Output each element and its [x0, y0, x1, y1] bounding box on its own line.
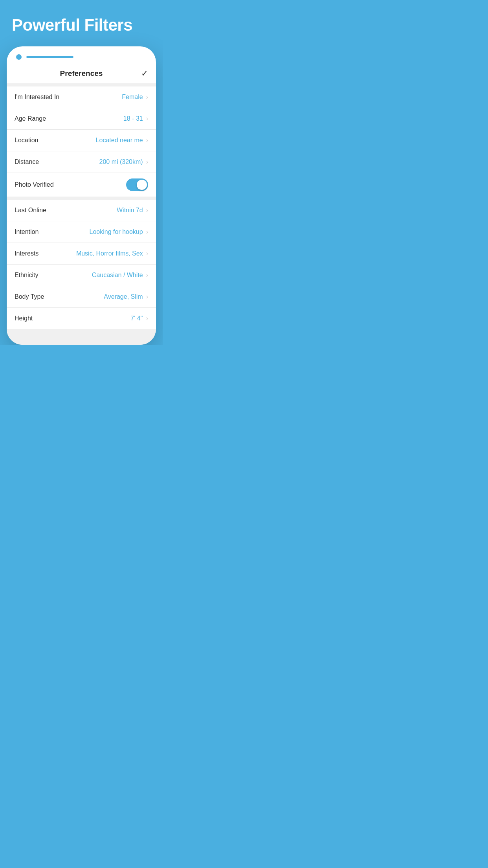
toggle-knob — [137, 180, 147, 190]
pref-label-height: Height — [15, 315, 33, 322]
bottom-gray-area — [7, 329, 156, 345]
pref-row-body-type[interactable]: Body Type Average, Slim › — [7, 286, 156, 308]
chevron-distance-icon: › — [146, 158, 148, 166]
chevron-age-range-icon: › — [146, 115, 148, 122]
pref-row-photo-verified[interactable]: Photo Verified — [7, 173, 156, 197]
pref-right-body-type: Average, Slim › — [104, 293, 148, 300]
pref-label-location: Location — [15, 137, 39, 144]
preferences-list-2: Last Online Witnin 7d › Intention Lookin… — [7, 200, 156, 329]
pref-right-ethnicity: Caucasian / White › — [92, 272, 148, 279]
pref-value-distance: 200 mi (320km) — [99, 158, 143, 166]
pref-value-height: 7' 4'' — [130, 315, 143, 322]
photo-verified-toggle[interactable] — [126, 178, 148, 191]
chevron-last-online-icon: › — [146, 207, 148, 214]
checkmark-button[interactable]: ✓ — [141, 68, 148, 79]
pref-right-interested-in: Female › — [122, 94, 148, 101]
pref-row-intention[interactable]: Intention Looking for hookup › — [7, 221, 156, 243]
pref-label-photo-verified: Photo Verified — [15, 181, 54, 188]
divider-top — [7, 83, 156, 86]
pref-row-last-online[interactable]: Last Online Witnin 7d › — [7, 200, 156, 221]
pref-value-location: Located near me — [96, 137, 143, 144]
pref-row-interested-in[interactable]: I'm Interested In Female › — [7, 86, 156, 108]
pref-right-interests: Music, Horror films, Sex › — [76, 250, 148, 257]
preferences-title: Preferences — [60, 69, 103, 78]
pref-value-body-type: Average, Slim — [104, 293, 143, 300]
pref-label-last-online: Last Online — [15, 207, 46, 214]
phone-top-bar — [7, 46, 156, 64]
dot-indicator — [16, 54, 22, 60]
pref-label-intention: Intention — [15, 228, 39, 235]
pref-row-age-range[interactable]: Age Range 18 - 31 › — [7, 108, 156, 130]
chevron-body-type-icon: › — [146, 293, 148, 300]
pref-right-age-range: 18 - 31 › — [123, 115, 148, 122]
pref-right-location: Located near me › — [96, 137, 148, 144]
pref-row-location[interactable]: Location Located near me › — [7, 130, 156, 151]
pref-value-ethnicity: Caucasian / White — [92, 272, 143, 279]
chevron-ethnicity-icon: › — [146, 272, 148, 279]
pref-label-body-type: Body Type — [15, 293, 44, 300]
pref-value-intention: Looking for hookup — [90, 228, 143, 235]
pref-value-last-online: Witnin 7d — [117, 207, 143, 214]
pref-label-ethnicity: Ethnicity — [15, 272, 38, 279]
pref-right-distance: 200 mi (320km) › — [99, 158, 148, 166]
pref-right-last-online: Witnin 7d › — [117, 207, 148, 214]
pref-label-age-range: Age Range — [15, 115, 46, 122]
pref-label-interests: Interests — [15, 250, 39, 257]
pref-value-interests: Music, Horror films, Sex — [76, 250, 143, 257]
pref-label-interested-in: I'm Interested In — [15, 94, 59, 101]
chevron-interested-in-icon: › — [146, 94, 148, 101]
preferences-header: Preferences ✓ — [7, 64, 156, 83]
page-title: Powerful Filters — [0, 0, 163, 46]
preferences-list-1: I'm Interested In Female › Age Range 18 … — [7, 86, 156, 197]
chevron-height-icon: › — [146, 315, 148, 322]
pref-right-height: 7' 4'' › — [130, 315, 148, 322]
pref-row-interests[interactable]: Interests Music, Horror films, Sex › — [7, 243, 156, 265]
chevron-interests-icon: › — [146, 250, 148, 257]
pref-value-interested-in: Female — [122, 94, 143, 101]
chevron-location-icon: › — [146, 137, 148, 144]
pref-row-distance[interactable]: Distance 200 mi (320km) › — [7, 151, 156, 173]
page-wrapper: Powerful Filters Preferences ✓ I'm Inter… — [0, 0, 163, 345]
pref-label-distance: Distance — [15, 158, 39, 166]
pref-row-ethnicity[interactable]: Ethnicity Caucasian / White › — [7, 265, 156, 286]
pref-right-intention: Looking for hookup › — [90, 228, 148, 235]
pref-row-height[interactable]: Height 7' 4'' › — [7, 308, 156, 329]
phone-mockup: Preferences ✓ I'm Interested In Female ›… — [7, 46, 156, 345]
divider-middle — [7, 197, 156, 200]
line-indicator — [26, 56, 73, 58]
chevron-intention-icon: › — [146, 228, 148, 235]
pref-value-age-range: 18 - 31 — [123, 115, 143, 122]
